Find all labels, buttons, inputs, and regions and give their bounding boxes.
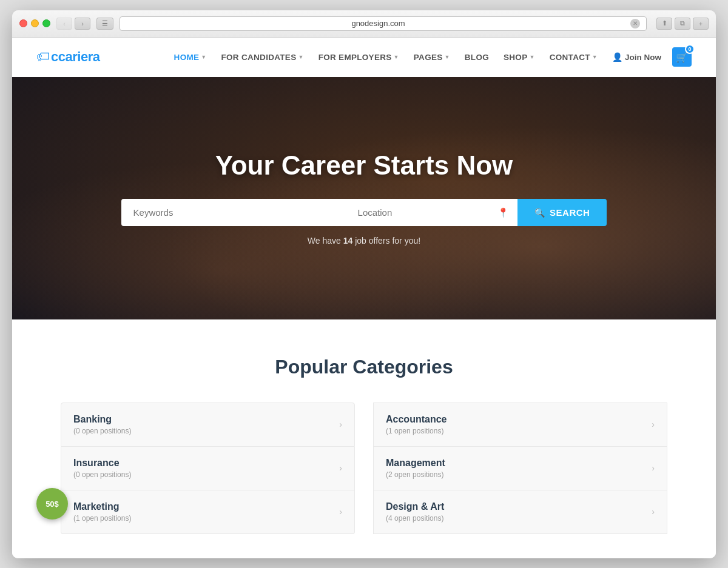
nav-home-label: HOME	[174, 53, 200, 62]
nav-join[interactable]: 👤 Join Now	[606, 47, 667, 67]
categories-section: Popular Categories Banking (0 open posit…	[12, 319, 716, 558]
nav-shop-chevron: ▼	[529, 54, 534, 60]
floating-badge-label: 50$	[46, 500, 59, 509]
hero-title: Your Career Starts Now	[121, 150, 607, 181]
reader-button[interactable]: ☰	[96, 18, 113, 30]
categories-left-column: Banking (0 open positions) › Insurance (…	[61, 403, 355, 534]
category-name-marketing: Marketing	[73, 501, 131, 512]
cart-icon: 🛒	[676, 52, 688, 63]
category-item-design-art[interactable]: Design & Art (4 open positions) ›	[373, 490, 667, 534]
maximize-dot[interactable]	[42, 19, 50, 27]
nav-pages-label: PAGES	[414, 53, 443, 62]
category-count-design-art: (4 open positions)	[386, 514, 444, 523]
logo-text: ccariera	[51, 49, 99, 65]
category-info-marketing: Marketing (1 open positions)	[73, 501, 131, 523]
search-button-label: SEARCH	[550, 207, 590, 218]
category-name-management: Management	[386, 458, 445, 469]
hero-subtitle: We have 14 job offers for you!	[121, 236, 607, 246]
categories-grid: Banking (0 open positions) › Insurance (…	[61, 403, 667, 534]
category-arrow-insurance: ›	[339, 463, 342, 473]
back-button[interactable]: ‹	[56, 18, 72, 30]
hero-section: Your Career Starts Now 📍 🔍 SEARCH We hav…	[12, 77, 716, 319]
category-count-insurance: (0 open positions)	[73, 470, 131, 479]
nav-blog[interactable]: BLOG	[459, 48, 495, 67]
category-item-management[interactable]: Management (2 open positions) ›	[373, 447, 667, 490]
navbar: 🏷 ccariera HOME ▼ FOR CANDIDATES ▼ FOR E…	[12, 38, 716, 77]
category-count-accountance: (1 open positions)	[386, 427, 447, 435]
category-arrow-accountance: ›	[652, 419, 655, 429]
category-info-insurance: Insurance (0 open positions)	[73, 458, 131, 479]
category-item-marketing[interactable]: Marketing (1 open positions) ›	[61, 490, 355, 534]
categories-right-column: Accountance (1 open positions) › Managem…	[373, 403, 667, 534]
nav-blog-label: BLOG	[465, 53, 489, 62]
category-name-accountance: Accountance	[386, 414, 447, 425]
search-icon: 🔍	[534, 208, 545, 218]
category-count-management: (2 open positions)	[386, 470, 445, 479]
browser-dots	[19, 19, 50, 27]
nav-candidates-chevron: ▼	[298, 54, 303, 60]
url-text: gnodesign.com	[126, 19, 630, 28]
nav-pages[interactable]: PAGES ▼	[408, 48, 456, 67]
keywords-input[interactable]	[121, 199, 346, 226]
nav-pages-chevron: ▼	[445, 54, 450, 60]
nav-shop[interactable]: SHOP ▼	[497, 48, 541, 67]
nav-employers-chevron: ▼	[394, 54, 399, 60]
nav-contact-chevron: ▼	[592, 54, 598, 60]
share-button[interactable]: ⬆	[656, 18, 672, 30]
close-dot[interactable]	[19, 19, 27, 27]
nav-candidates[interactable]: FOR CANDIDATES ▼	[215, 48, 310, 67]
job-count: 14	[343, 236, 353, 246]
nav-home[interactable]: HOME ▼	[168, 48, 213, 67]
nav-employers-label: FOR EMPLOYERS	[318, 53, 392, 62]
page-content: 🏷 ccariera HOME ▼ FOR CANDIDATES ▼ FOR E…	[12, 38, 716, 558]
nav-employers[interactable]: FOR EMPLOYERS ▼	[312, 48, 405, 67]
logo[interactable]: 🏷 ccariera	[36, 49, 99, 65]
category-name-banking: Banking	[73, 414, 131, 425]
search-button[interactable]: 🔍 SEARCH	[517, 199, 607, 226]
category-item-insurance[interactable]: Insurance (0 open positions) ›	[61, 447, 355, 490]
category-arrow-design-art: ›	[652, 507, 655, 516]
browser-actions: ⬆ ⧉ +	[656, 18, 709, 30]
location-wrapper: 📍	[346, 199, 517, 226]
floating-price-badge[interactable]: 50$	[36, 488, 68, 520]
browser-titlebar: ‹ › ☰ gnodesign.com ✕ ⬆ ⧉ +	[12, 10, 716, 38]
nav-menu: HOME ▼ FOR CANDIDATES ▼ FOR EMPLOYERS ▼ …	[168, 47, 692, 67]
nav-home-chevron: ▼	[201, 54, 206, 60]
hero-content: Your Career Starts Now 📍 🔍 SEARCH We hav…	[121, 150, 607, 246]
category-info-banking: Banking (0 open positions)	[73, 414, 131, 435]
forward-button[interactable]: ›	[75, 18, 90, 30]
category-item-banking[interactable]: Banking (0 open positions) ›	[61, 403, 355, 447]
sub-prefix: We have	[308, 236, 343, 246]
browser-nav: ‹ ›	[56, 18, 90, 30]
location-pin-icon: 📍	[497, 207, 517, 218]
category-arrow-banking: ›	[339, 419, 342, 429]
tab-close-button[interactable]: ✕	[630, 19, 640, 28]
location-input[interactable]	[346, 199, 497, 226]
cart-button[interactable]: 🛒 0	[672, 47, 692, 67]
section-title: Popular Categories	[61, 356, 667, 378]
category-arrow-marketing: ›	[339, 507, 342, 516]
new-tab-button[interactable]: ⧉	[675, 18, 690, 30]
search-row: 📍 🔍 SEARCH	[121, 199, 607, 226]
category-count-banking: (0 open positions)	[73, 427, 131, 435]
browser-window: ‹ › ☰ gnodesign.com ✕ ⬆ ⧉ + 🏷 ccariera H…	[12, 10, 716, 558]
add-tab-button[interactable]: +	[693, 18, 709, 30]
address-bar[interactable]: gnodesign.com ✕	[120, 16, 647, 31]
category-info-accountance: Accountance (1 open positions)	[386, 414, 447, 435]
category-item-accountance[interactable]: Accountance (1 open positions) ›	[373, 403, 667, 447]
category-arrow-management: ›	[652, 463, 655, 473]
category-info-design-art: Design & Art (4 open positions)	[386, 501, 444, 523]
category-name-insurance: Insurance	[73, 458, 131, 469]
category-name-design-art: Design & Art	[386, 501, 444, 512]
nav-contact-label: CONTACT	[550, 53, 590, 62]
sub-suffix: job offers for you!	[352, 236, 420, 246]
nav-candidates-label: FOR CANDIDATES	[221, 53, 297, 62]
minimize-dot[interactable]	[31, 19, 39, 27]
logo-icon: 🏷	[36, 49, 50, 65]
user-icon: 👤	[612, 52, 622, 62]
join-label: Join Now	[625, 53, 661, 62]
nav-contact[interactable]: CONTACT ▼	[544, 48, 604, 67]
category-info-management: Management (2 open positions)	[386, 458, 445, 479]
nav-shop-label: SHOP	[504, 53, 527, 62]
cart-badge: 0	[685, 44, 695, 54]
